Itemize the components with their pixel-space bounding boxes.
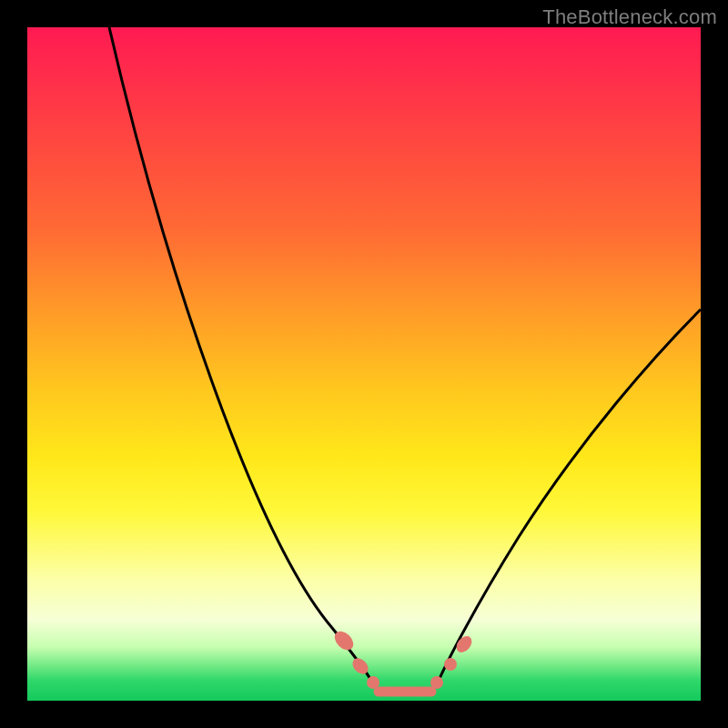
valley-markers — [331, 628, 475, 689]
curve-left-branch — [109, 27, 371, 681]
marker-left-3 — [367, 676, 379, 689]
marker-right-1 — [430, 676, 443, 689]
curve-right-branch — [439, 309, 701, 681]
chart-frame: TheBottleneck.com — [0, 0, 728, 728]
watermark-text: TheBottleneck.com — [542, 5, 717, 29]
plot-area — [27, 27, 701, 701]
marker-right-2 — [444, 658, 457, 671]
bottleneck-curve — [27, 27, 701, 701]
